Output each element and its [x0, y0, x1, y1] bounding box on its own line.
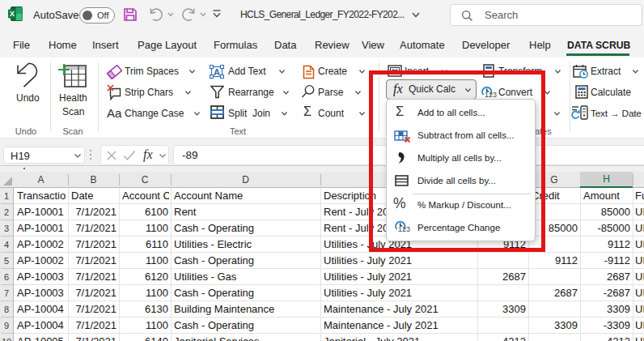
svg-text:A: A: [214, 67, 220, 77]
svg-text:X: X: [10, 10, 15, 18]
